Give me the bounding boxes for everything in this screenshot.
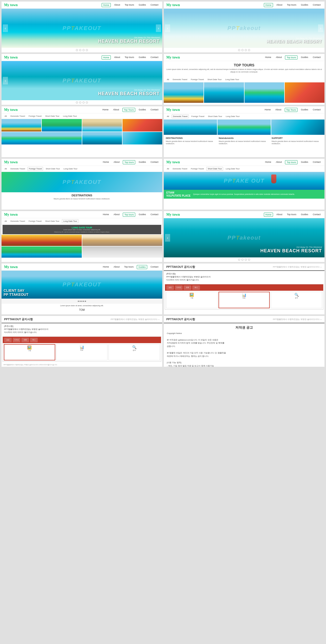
tab-all-5[interactable]: All [4, 114, 8, 118]
ribbon-btn-13-3[interactable]: 전환 [21, 338, 29, 342]
dot-1[interactable] [76, 49, 78, 51]
tab-domestic-5[interactable]: Domestic Travel [9, 114, 26, 118]
dot-3-1[interactable] [76, 101, 78, 104]
nav-about-3[interactable]: About [113, 55, 121, 60]
dot-3[interactable] [83, 49, 85, 51]
nav-contact-2[interactable]: Contact [311, 3, 322, 7]
tab-all-6[interactable]: All [166, 115, 170, 118]
nav-contact-5[interactable]: Contact [149, 108, 160, 112]
prev-arrow-2[interactable]: ‹ [165, 24, 170, 32]
dot-10-2[interactable] [241, 259, 243, 261]
tab-all-7[interactable]: All [4, 167, 8, 170]
nav-contact-6[interactable]: Contact [311, 108, 322, 112]
dot-10-3[interactable] [245, 259, 247, 261]
nav-home-1[interactable]: Home [102, 3, 111, 7]
nav-toptours-11[interactable]: Top tours [123, 265, 135, 269]
nav-home-6[interactable]: Home [263, 108, 272, 112]
tab-all-4[interactable]: All [166, 78, 170, 81]
ribbon-btn-13-4[interactable]: 애니 [30, 338, 38, 342]
tab-long-9[interactable]: Long Date Tour [62, 219, 78, 223]
nav-home-11[interactable]: Home [102, 265, 110, 269]
tab-foreign-9[interactable]: Foreign Travel [28, 219, 43, 223]
nav-contact-4[interactable]: Contact [311, 55, 322, 60]
nav-toptours-4[interactable]: Top tours [285, 55, 297, 60]
dot-3-4[interactable] [86, 101, 88, 104]
nav-toptours-10[interactable]: Top tours [286, 213, 297, 217]
nav-home-2[interactable]: Home [264, 3, 273, 7]
dot-3-3[interactable] [83, 101, 85, 104]
tab-domestic-4[interactable]: Domestic Travel [172, 78, 188, 81]
nav-guides-1[interactable]: Guides [137, 3, 147, 7]
tab-all-8[interactable]: All [166, 167, 170, 170]
nav-contact-10[interactable]: Contact [311, 213, 322, 217]
tab-short-7[interactable]: Short Date Tour [45, 167, 61, 170]
nav-about-5[interactable]: About [112, 108, 120, 112]
tab-domestic-8[interactable]: Domestic Travel [172, 167, 188, 170]
nav-guides-4[interactable]: Guides [300, 55, 309, 60]
nav-about-8[interactable]: About [275, 160, 283, 164]
ribbon-btn-3[interactable]: 전환 [184, 285, 191, 290]
dot-10-1[interactable] [238, 259, 240, 261]
tab-domestic-6[interactable]: Domestic Travel [172, 114, 189, 118]
tab-long-5[interactable]: Long Date Tour [62, 114, 78, 118]
nav-guides-6[interactable]: Guides [300, 108, 309, 112]
tab-foreign-4[interactable]: Foreign Travel [190, 78, 205, 81]
nav-contact-1[interactable]: Contact [149, 3, 160, 7]
nav-guides-10[interactable]: Guides [300, 213, 309, 217]
nav-contact-11[interactable]: Contact [149, 265, 160, 269]
nav-about-9[interactable]: About [112, 213, 121, 217]
tab-long-4[interactable]: Long Date Tour [224, 78, 240, 81]
prev-arrow-3[interactable]: ‹ [3, 77, 8, 84]
nav-guides-5[interactable]: Guides [137, 108, 147, 112]
nav-toptours-3[interactable]: Top tours [123, 55, 135, 60]
nav-guides-9[interactable]: Guides [137, 213, 147, 217]
nav-home-5[interactable]: Home [101, 108, 110, 112]
nav-guides-8[interactable]: Guides [300, 160, 309, 164]
tab-short-8[interactable]: Short Date Tour [206, 167, 223, 171]
tab-domestic-9[interactable]: Domestic Travel [9, 219, 26, 223]
nav-about-1[interactable]: About [113, 3, 121, 7]
nav-home-10[interactable]: Home [264, 213, 273, 217]
nav-guides-7[interactable]: Guides [137, 160, 147, 164]
prev-arrow-1[interactable]: ‹ [3, 24, 8, 32]
dot-2[interactable] [79, 49, 81, 51]
nav-contact-3[interactable]: Contact [149, 55, 160, 60]
tab-short-4[interactable]: Short Date Tour [206, 78, 223, 81]
tab-foreign-7[interactable]: Foreign Travel [28, 167, 43, 171]
tab-foreign-6[interactable]: Foreign Travel [190, 115, 205, 118]
tab-foreign-5[interactable]: Foreign Travel [28, 114, 43, 118]
dot-2-1[interactable] [238, 49, 240, 51]
nav-home-7[interactable]: Home [102, 160, 110, 164]
tab-long-8[interactable]: Long Date Tour [225, 167, 241, 170]
nav-guides-3[interactable]: Guides [137, 55, 147, 60]
ribbon-btn-13-2[interactable]: 디자인 [13, 338, 20, 342]
nav-guides-2[interactable]: Guides [300, 3, 309, 7]
nav-home-4[interactable]: Home [264, 55, 273, 60]
ribbon-btn-2[interactable]: 디자인 [175, 285, 183, 290]
nav-about-2[interactable]: About [275, 3, 284, 7]
nav-guides-11[interactable]: Guides [137, 265, 147, 269]
nav-home-9[interactable]: Home [102, 213, 110, 217]
tab-foreign-8[interactable]: Foreign Travel [190, 167, 205, 170]
tab-short-5[interactable]: Short Date Tour [44, 114, 60, 118]
ribbon-btn-13-1[interactable]: 삽입 [4, 338, 12, 342]
nav-contact-7[interactable]: Contact [149, 160, 160, 164]
nav-contact-9[interactable]: Contact [149, 213, 160, 217]
nav-about-6[interactable]: About [274, 108, 283, 112]
nav-about-4[interactable]: About [275, 55, 283, 60]
tab-short-6[interactable]: Short Date Tour [207, 115, 223, 118]
nav-toptours-5[interactable]: Top Tours [123, 108, 135, 112]
tab-long-7[interactable]: Long Date Tour [62, 167, 78, 170]
nav-toptours-2[interactable]: Top tours [286, 3, 297, 7]
nav-contact-8[interactable]: Contact [311, 160, 322, 164]
nav-toptours-7[interactable]: Top tours [123, 160, 135, 164]
nav-about-10[interactable]: About [275, 213, 284, 217]
tab-short-9[interactable]: Short Date Tour [44, 219, 60, 223]
nav-toptours-6[interactable]: Top Tours [285, 108, 298, 112]
tab-long-6[interactable]: Long Date Tour [225, 115, 241, 118]
nav-toptours-1[interactable]: Top tours [123, 3, 135, 7]
ribbon-btn-4[interactable]: 애니 [192, 285, 200, 290]
nav-home-8[interactable]: Home [264, 160, 273, 164]
nav-home-3[interactable]: Home [102, 55, 111, 60]
nav-toptours-9[interactable]: Top tours [123, 213, 135, 217]
